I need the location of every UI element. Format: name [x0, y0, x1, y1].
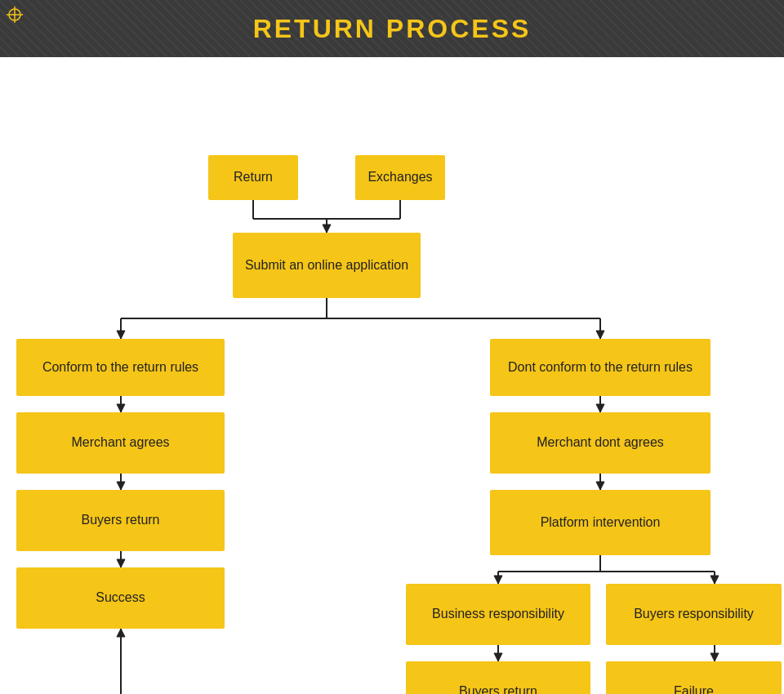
svg-marker-13 [596, 331, 604, 339]
page-header: RETURN PROCESS [0, 0, 784, 57]
svg-marker-33 [710, 653, 719, 661]
crosshair-icon [7, 7, 23, 23]
svg-marker-19 [117, 559, 125, 567]
conform-box: Conform to the return rules [16, 339, 225, 396]
buyers-return-left-box: Buyers return [16, 490, 225, 551]
submit-box: Submit an online application [233, 233, 421, 298]
buyers-responsibility-box: Buyers responsibility [606, 584, 782, 645]
page-title: RETURN PROCESS [253, 14, 532, 44]
diagram-container: Return Exchanges Submit an online applic… [0, 57, 784, 694]
exchanges-box: Exchanges [355, 155, 445, 200]
svg-marker-29 [710, 576, 719, 584]
dont-conform-box: Dont conform to the return rules [490, 339, 710, 396]
failure-box: Failure [606, 661, 782, 694]
merchant-agrees-box: Merchant agrees [16, 412, 225, 474]
svg-marker-7 [323, 225, 331, 233]
platform-intervention-box: Platform intervention [490, 490, 710, 555]
merchant-dont-agrees-box: Merchant dont agrees [490, 412, 710, 474]
svg-marker-21 [596, 404, 604, 412]
success-box: Success [16, 567, 225, 629]
svg-marker-31 [494, 653, 502, 661]
business-responsibility-box: Business responsibility [406, 584, 590, 645]
svg-marker-15 [117, 404, 125, 412]
svg-marker-37 [117, 629, 125, 637]
svg-marker-17 [117, 482, 125, 490]
svg-marker-23 [596, 482, 604, 490]
svg-marker-27 [494, 576, 502, 584]
buyers-return-right-box: Buyers return [406, 661, 590, 694]
return-box: Return [208, 155, 298, 200]
svg-marker-11 [117, 331, 125, 339]
